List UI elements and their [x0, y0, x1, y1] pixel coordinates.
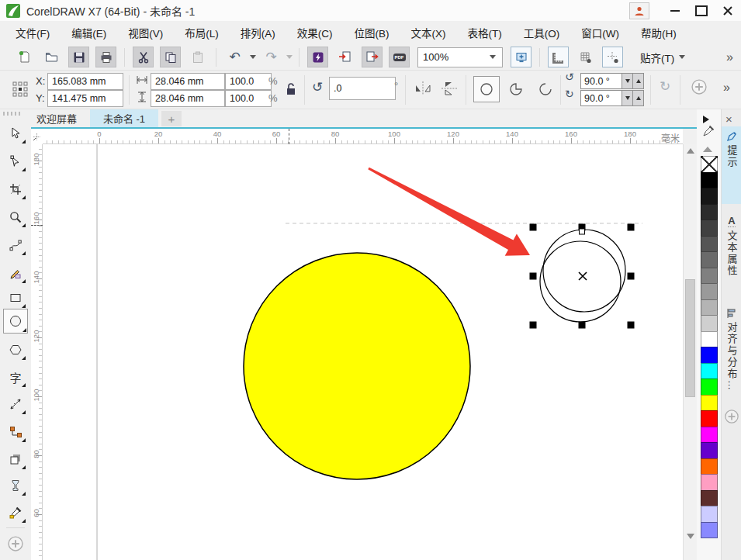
zoom-level-select[interactable]: 100%: [417, 47, 503, 67]
scale-width-input-row[interactable]: 28.046 mm: [151, 90, 225, 107]
ruler-origin[interactable]: [31, 129, 43, 144]
arc-mode-button[interactable]: [532, 76, 559, 102]
small-circle-outline-1[interactable]: [543, 230, 625, 312]
color-swatch[interactable]: [701, 172, 718, 189]
redo-button[interactable]: ↷: [261, 47, 282, 67]
show-rulers-button[interactable]: [548, 47, 569, 67]
vertical-ruler[interactable]: 1801601401201008060: [31, 144, 43, 560]
export-button[interactable]: [362, 47, 383, 67]
menu-arrange[interactable]: 排列(A): [230, 22, 286, 43]
menu-bitmaps[interactable]: 位图(B): [344, 22, 400, 43]
color-swatch[interactable]: [701, 442, 718, 459]
search-content-button[interactable]: [307, 47, 328, 67]
canvas-vertical-scrollbar[interactable]: [683, 144, 697, 560]
end-angle-up-button[interactable]: [632, 90, 644, 106]
color-swatch[interactable]: [701, 474, 718, 491]
scale-v-input[interactable]: 100.0: [225, 90, 272, 107]
new-document-button[interactable]: [14, 47, 35, 67]
import-button[interactable]: [334, 47, 355, 67]
show-grid-button[interactable]: [575, 47, 596, 67]
minimize-button[interactable]: [662, 2, 688, 20]
x-position-input[interactable]: 165.083 mm: [47, 73, 123, 90]
menu-window[interactable]: 窗口(W): [570, 22, 630, 43]
color-swatch[interactable]: [701, 299, 718, 316]
undo-dropdown-icon[interactable]: [250, 55, 256, 59]
menu-effects[interactable]: 效果(C): [286, 22, 344, 43]
color-swatch[interactable]: [701, 506, 718, 523]
dimension-tool[interactable]: [5, 393, 26, 415]
color-swatch[interactable]: [701, 315, 718, 332]
color-swatch[interactable]: [701, 363, 718, 380]
polygon-tool[interactable]: [5, 339, 26, 361]
selection-handle[interactable]: [628, 273, 635, 280]
publish-pdf-button[interactable]: PDF: [389, 47, 410, 67]
shape-tool[interactable]: [5, 150, 26, 172]
yellow-circle-shape[interactable]: [244, 253, 470, 479]
add-tools-button[interactable]: [7, 535, 24, 552]
color-eyedropper-tool[interactable]: [5, 502, 26, 524]
docker-tab-hints[interactable]: 提示: [722, 126, 741, 204]
start-angle-input[interactable]: 90.0 °: [580, 73, 625, 89]
scrollbar-thumb[interactable]: [685, 279, 695, 397]
smart-drawing-tool[interactable]: [5, 262, 26, 284]
account-button[interactable]: [629, 2, 649, 19]
no-color-swatch[interactable]: [701, 156, 718, 173]
color-swatch[interactable]: [701, 268, 718, 285]
menu-tools[interactable]: 工具(O): [513, 22, 571, 43]
zoom-tool[interactable]: [5, 206, 26, 228]
undo-button[interactable]: ↶: [224, 47, 245, 67]
selection-handle[interactable]: [530, 224, 537, 231]
toolbar-overflow-button[interactable]: »: [726, 50, 733, 64]
scale-lock-icon[interactable]: [286, 82, 296, 96]
rectangle-tool[interactable]: [5, 287, 26, 309]
docker-close-button[interactable]: ×: [725, 112, 732, 126]
paste-button[interactable]: [187, 47, 208, 67]
selection-handle[interactable]: [579, 322, 586, 329]
menu-table[interactable]: 表格(T): [457, 22, 513, 43]
tab-untitled-document[interactable]: 未命名 -1: [90, 109, 158, 127]
open-button[interactable]: [41, 47, 62, 67]
scroll-up-icon[interactable]: [687, 148, 694, 154]
menu-file[interactable]: 文件(F): [5, 22, 61, 43]
color-swatch[interactable]: [701, 410, 718, 427]
maximize-button[interactable]: [688, 2, 715, 20]
propbar-overflow-button[interactable]: »: [723, 81, 730, 95]
change-direction-icon[interactable]: ↻: [660, 78, 670, 95]
docker-quick-customize-button[interactable]: [724, 409, 739, 424]
palette-flyout-icon[interactable]: [703, 116, 709, 123]
color-swatch[interactable]: [701, 188, 718, 205]
selection-handle[interactable]: [628, 322, 635, 329]
selection-handle[interactable]: [628, 224, 635, 231]
color-swatch[interactable]: [701, 331, 718, 348]
toolbox-drag-handle[interactable]: [3, 112, 22, 116]
end-angle-input[interactable]: 90.0 °: [580, 90, 625, 106]
color-swatch[interactable]: [701, 379, 718, 396]
crop-tool[interactable]: [5, 178, 26, 200]
ellipse-tool[interactable]: [3, 309, 28, 334]
color-swatch[interactable]: [701, 204, 718, 221]
start-angle-up-button[interactable]: [632, 73, 644, 89]
selection-handle[interactable]: [530, 322, 537, 329]
pie-mode-button[interactable]: [503, 76, 529, 102]
menu-text[interactable]: 文本(X): [400, 22, 457, 43]
color-swatch[interactable]: [701, 458, 718, 475]
selection-handle[interactable]: [530, 273, 537, 280]
horizontal-ruler[interactable]: 毫米 020406080100120140160180: [43, 129, 683, 144]
top-node-marker[interactable]: [580, 229, 585, 234]
color-swatch[interactable]: [701, 490, 718, 507]
snap-to-button[interactable]: 贴齐(T): [634, 47, 693, 67]
transparency-tool[interactable]: [5, 475, 26, 496]
drawing-canvas[interactable]: [43, 144, 683, 560]
small-circle-outline-2[interactable]: [540, 241, 621, 322]
color-swatch[interactable]: [701, 395, 718, 412]
color-swatch[interactable]: [701, 427, 718, 444]
color-swatch[interactable]: [701, 220, 718, 237]
y-position-input[interactable]: 141.475 mm: [47, 90, 123, 107]
copy-button[interactable]: [160, 47, 181, 67]
redo-dropdown-icon[interactable]: [286, 55, 293, 59]
object-width-input[interactable]: 28.046 mm: [151, 73, 225, 90]
end-angle-down-button[interactable]: [622, 90, 633, 106]
color-swatch[interactable]: [701, 522, 718, 539]
docker-tab-align-distribute[interactable]: 对齐与分布…: [722, 303, 741, 412]
palette-scroll-up-icon[interactable]: [703, 147, 712, 152]
